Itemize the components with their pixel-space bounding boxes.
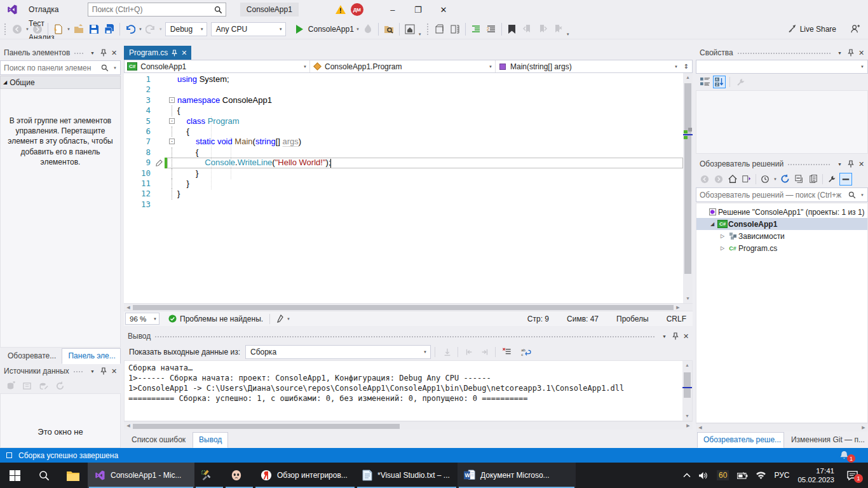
solution-explorer-menu-icon[interactable]: ▼	[834, 159, 845, 170]
start-debug-icon[interactable]	[292, 22, 307, 37]
wifi-icon[interactable]	[756, 471, 766, 479]
properties-pin-icon[interactable]	[845, 48, 856, 58]
clear-output-icon[interactable]	[499, 345, 514, 359]
properties-close-icon[interactable]: ✕	[856, 48, 867, 58]
code-line-6[interactable]: 6 {	[124, 126, 683, 137]
configure-data-source-icon[interactable]	[20, 379, 33, 392]
word-wrap-icon[interactable]: abc	[519, 345, 534, 359]
navigate-forward-icon[interactable]	[30, 22, 45, 37]
property-pages-icon[interactable]	[734, 76, 747, 88]
new-item-icon[interactable]	[432, 22, 447, 37]
new-project-icon[interactable]	[51, 22, 66, 37]
se-collapse-all-icon[interactable]	[793, 173, 806, 186]
scroll-right-icon[interactable]: ▶	[674, 304, 682, 311]
output-h-thumb[interactable]	[133, 424, 400, 429]
se-back-icon[interactable]	[698, 173, 711, 186]
se-properties-icon[interactable]	[807, 173, 820, 186]
data-sources-pin-icon[interactable]	[98, 366, 109, 377]
refresh-data-icon[interactable]	[53, 379, 66, 392]
output-source-combobox[interactable]: Сборка ▼	[245, 345, 431, 359]
solution-explorer-home-icon[interactable]	[402, 22, 417, 37]
code-line-2[interactable]: 2	[124, 85, 683, 95]
tree-item-1[interactable]: ◢C#ConsoleApp1	[696, 218, 867, 230]
restore-button[interactable]: ❐	[405, 0, 431, 19]
undo-icon[interactable]	[123, 22, 138, 37]
output-scroll-down-icon[interactable]: ▼	[682, 412, 692, 421]
categorized-icon[interactable]	[698, 76, 711, 88]
code-line-1[interactable]: 1using System;	[124, 74, 683, 85]
code-cleanup-icon[interactable]	[276, 315, 284, 323]
toolbox-close-icon[interactable]: ✕	[109, 48, 119, 58]
toolbox-pin-icon[interactable]	[98, 48, 109, 58]
output-scroll-right-icon[interactable]: ▶	[684, 422, 693, 430]
zoom-combobox[interactable]: 96 %▼	[125, 313, 159, 325]
tab-pin-icon[interactable]	[172, 50, 177, 57]
startup-dropdown-icon[interactable]: ▼	[356, 27, 360, 31]
scroll-up-icon[interactable]: ▲	[683, 73, 693, 82]
code-line-9[interactable]: 9 Console.WriteLine("Hello World!");	[124, 158, 683, 168]
fold-margin[interactable]: -	[167, 95, 177, 105]
code-line-12[interactable]: 12}	[124, 189, 683, 199]
search-input[interactable]	[88, 5, 214, 14]
alphabetical-sort-icon[interactable]: AZ	[713, 76, 726, 88]
language-indicator[interactable]: РУС	[774, 471, 789, 480]
fold-margin[interactable]: -	[167, 137, 177, 147]
se-pending-changes-icon[interactable]	[759, 173, 771, 186]
file-explorer-button[interactable]	[58, 463, 88, 488]
taskbar-app-notepad[interactable]: *Visual Studio.txt – ...	[356, 463, 458, 488]
notifications-bell-icon[interactable]: 1	[839, 451, 849, 460]
scroll-down-icon[interactable]: ▼	[683, 294, 693, 303]
data-sources-close-icon[interactable]: ✕	[109, 366, 119, 377]
toolbar-grip[interactable]	[4, 23, 7, 36]
edit-dataset-icon[interactable]	[37, 379, 50, 392]
tab-close-icon[interactable]: ✕	[181, 49, 187, 57]
live-share-button[interactable]: Live Share	[788, 24, 841, 34]
output-title-bar[interactable]: Вывод ▼ ✕	[124, 329, 693, 343]
data-sources-title-bar[interactable]: Источники данных ▼ ✕	[0, 364, 121, 378]
se-scroll-right-icon[interactable]: ▶	[859, 424, 868, 431]
find-in-files-icon[interactable]	[381, 22, 397, 37]
battery-percent-indicator[interactable]: 60	[717, 470, 729, 480]
status-spaces[interactable]: Пробелы	[616, 315, 649, 323]
right-dock-tab-1[interactable]: Изменения Git — п...	[785, 432, 868, 448]
se-home-icon[interactable]	[726, 173, 739, 186]
redo-icon[interactable]	[143, 22, 158, 37]
output-horizontal-scrollbar[interactable]: ◀ ▶	[124, 421, 693, 430]
open-file-icon[interactable]	[71, 22, 86, 37]
properties-title-bar[interactable]: Свойства ▼ ✕	[696, 46, 868, 60]
start-button[interactable]	[0, 463, 29, 488]
save-all-icon[interactable]	[102, 22, 117, 37]
platform-combobox[interactable]: Any CPU▼	[211, 22, 286, 36]
editor-horizontal-scrollbar[interactable]: ◀ ▶	[124, 303, 693, 311]
solution-explorer-close-icon[interactable]: ✕	[856, 159, 867, 170]
expanded-arrow-icon[interactable]: ◢	[708, 221, 717, 227]
editor-split-handle[interactable]: ⇕	[681, 60, 692, 72]
code-cleanup-dropdown-icon[interactable]: ▼	[287, 317, 290, 321]
scrollbar-thumb[interactable]	[684, 83, 691, 274]
solution-search-dropdown-icon[interactable]: ▼	[860, 193, 867, 197]
toolbar-overflow-2-icon[interactable]: ▼	[566, 32, 570, 36]
collapse-box-icon[interactable]: -	[169, 139, 175, 144]
prev-bookmark-icon[interactable]	[520, 22, 535, 37]
se-wrench-icon[interactable]	[825, 173, 838, 186]
startup-project-button[interactable]: ConsoleApp1	[308, 25, 354, 34]
tree-item-3[interactable]: ▷C#Program.cs	[696, 242, 867, 254]
output-close-icon[interactable]: ✕	[681, 331, 691, 342]
code-line-13[interactable]: 13	[124, 200, 683, 210]
navigate-back-icon[interactable]	[10, 22, 25, 37]
output-tab-1[interactable]: Вывод	[193, 432, 228, 448]
solution-explorer-pin-icon[interactable]	[845, 159, 856, 170]
code-line-7[interactable]: 7- static void Main(string[] args)	[124, 137, 683, 147]
output-scrollbar-thumb[interactable]	[684, 372, 691, 398]
battery-icon[interactable]	[737, 472, 748, 479]
fold-margin[interactable]: -	[167, 116, 177, 126]
left-dock-tab-1[interactable]: Панель эле...	[62, 348, 121, 364]
volume-icon[interactable]	[699, 471, 709, 480]
output-pin-icon[interactable]	[670, 331, 681, 342]
configuration-combobox[interactable]: Debug▼	[165, 22, 207, 36]
data-sources-menu-icon[interactable]: ▼	[87, 366, 98, 377]
collapse-box-icon[interactable]: -	[169, 118, 175, 124]
tree-item-2[interactable]: ▷Зависимости	[696, 230, 867, 242]
output-vertical-scrollbar[interactable]: ▲ ▼	[682, 361, 692, 421]
preview-changes-icon[interactable]	[447, 22, 463, 37]
